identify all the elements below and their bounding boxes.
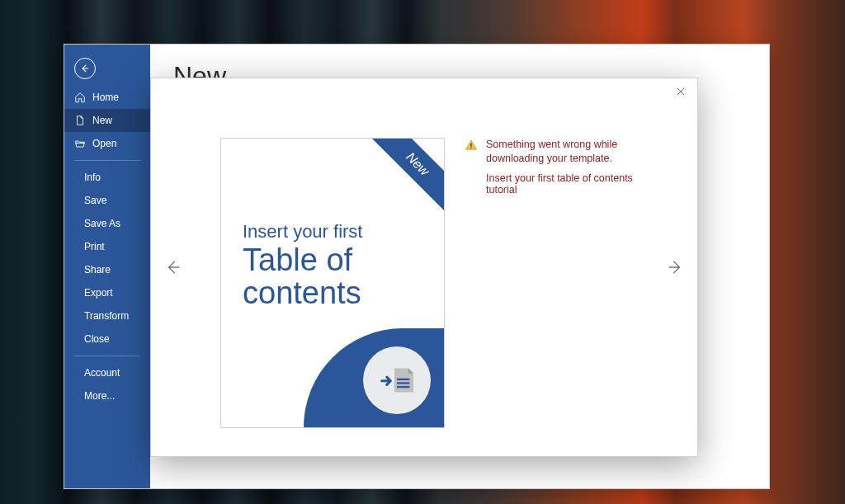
error-panel: Something went wrong while downloading y… (465, 138, 654, 195)
back-button[interactable] (74, 58, 96, 79)
sidebar-item-open[interactable]: Open (64, 132, 150, 155)
sidebar-item-label: Info (84, 172, 101, 183)
preview-body: New Insert your first Table of contents (220, 138, 654, 428)
svg-rect-4 (470, 148, 471, 148)
sidebar-item-label: Account (84, 367, 120, 379)
svg-rect-3 (470, 144, 471, 147)
sidebar-item-export[interactable]: Export (64, 281, 150, 304)
sidebar-item-label: Save (84, 195, 106, 206)
sidebar-item-share[interactable]: Share (64, 258, 150, 281)
error-line2: downloading your template. (486, 153, 612, 164)
document-icon (74, 115, 86, 126)
error-text: Something went wrong while downloading y… (486, 138, 617, 166)
sidebar-item-more[interactable]: More... (64, 384, 150, 407)
sidebar-item-info[interactable]: Info (64, 166, 150, 189)
sidebar-item-save[interactable]: Save (64, 189, 150, 212)
previous-template-button[interactable] (161, 255, 186, 280)
folder-open-icon (74, 138, 86, 149)
sidebar-item-save-as[interactable]: Save As (64, 212, 150, 235)
home-icon (74, 92, 86, 103)
sidebar-separator (74, 356, 140, 356)
error-line1: Something went wrong while (486, 139, 617, 150)
template-preview-dialog: New Insert your first Table of contents (150, 78, 698, 457)
arrow-left-icon (79, 63, 91, 74)
close-button[interactable] (673, 83, 689, 100)
template-glyph-circle (363, 346, 431, 414)
close-icon (675, 86, 687, 97)
sidebar-item-label: Transform (84, 310, 129, 322)
arrow-left-icon (164, 258, 182, 276)
sidebar-item-label: Save As (84, 218, 120, 229)
new-ribbon: New (355, 138, 445, 227)
sidebar-item-label: Home (92, 92, 119, 103)
sidebar-item-transform[interactable]: Transform (64, 304, 150, 327)
sidebar-item-close[interactable]: Close (64, 327, 150, 351)
sidebar-item-label: Print (84, 241, 105, 252)
next-template-button[interactable] (663, 255, 687, 280)
sidebar-item-label: Share (84, 264, 111, 276)
sidebar-item-new[interactable]: New (64, 109, 150, 132)
sidebar-separator (74, 160, 140, 161)
error-message: Something went wrong while downloading y… (465, 138, 654, 166)
document-toc-icon (378, 364, 416, 397)
svg-rect-2 (397, 386, 409, 388)
sidebar-item-label: More... (84, 390, 115, 402)
warning-icon (465, 139, 478, 152)
svg-rect-1 (397, 382, 409, 384)
template-title-line2: Table of contents (243, 244, 427, 310)
template-title: Insert your first Table of contents (243, 221, 427, 310)
sidebar-item-label: Close (84, 333, 110, 345)
backstage-sidebar: Home New Open Info Save Save As Print Sh… (64, 45, 150, 488)
arrow-right-icon (666, 258, 684, 276)
sidebar-item-account[interactable]: Account (64, 361, 150, 384)
sidebar-item-print[interactable]: Print (64, 235, 150, 258)
template-name-label: Insert your first table of contents tuto… (486, 172, 654, 195)
sidebar-item-home[interactable]: Home (64, 86, 150, 109)
svg-rect-0 (397, 379, 409, 380)
sidebar-item-label: Export (84, 287, 113, 299)
template-thumbnail: New Insert your first Table of contents (220, 138, 445, 428)
sidebar-item-label: New (92, 115, 112, 126)
sidebar-item-label: Open (92, 138, 116, 149)
template-title-line1: Insert your first (243, 221, 427, 243)
